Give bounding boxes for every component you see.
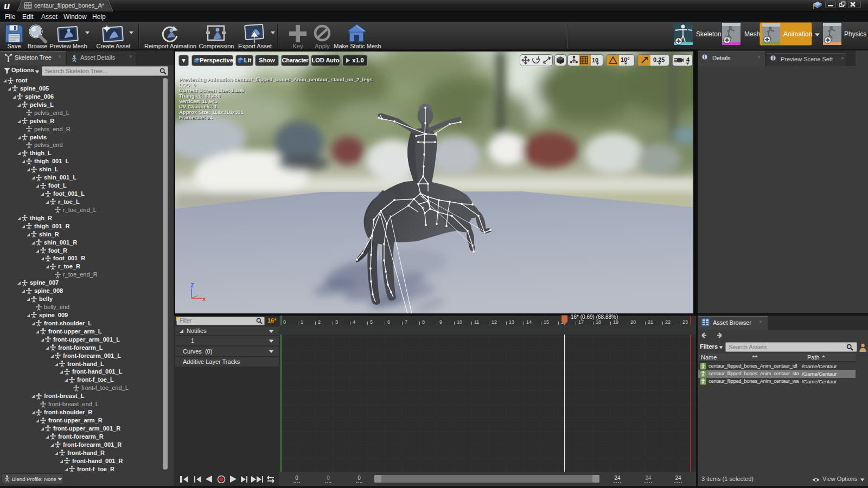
svg-text:Z: Z (190, 282, 194, 288)
svg-text:u: u (4, 0, 10, 11)
svg-text:x: x (202, 296, 206, 302)
